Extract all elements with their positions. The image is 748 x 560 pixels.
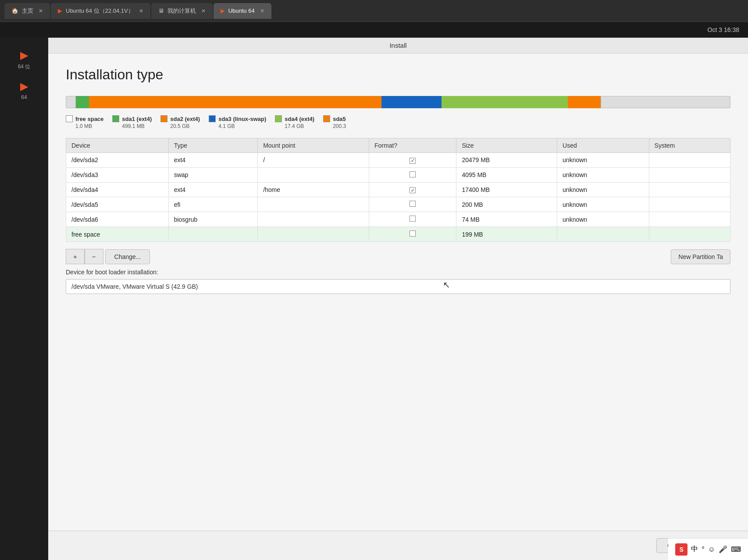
tab-ubuntu64-close[interactable]: ✕ [260, 8, 264, 14]
tray-keyboard[interactable]: ⌨ [731, 545, 741, 553]
cell-format [369, 212, 456, 227]
tab-mycomputer-close[interactable]: ✕ [201, 8, 206, 14]
table-row[interactable]: free space 199 MB [66, 227, 730, 242]
tab-home[interactable]: 🏠 主页 ✕ [4, 3, 50, 19]
home-icon: 🏠 [11, 7, 18, 14]
legend-swatch-sda4 [275, 115, 282, 122]
change-partition-button[interactable]: Change... [105, 249, 150, 264]
new-partition-table-button[interactable]: New Partition Ta [671, 249, 730, 264]
legend-swatch-free [66, 115, 73, 122]
cell-device: /dev/sda2 [66, 153, 169, 168]
add-partition-button[interactable]: + [66, 249, 85, 264]
legend-size-sda2: 20.5 GB [170, 123, 200, 129]
tab-ubuntu64[interactable]: ▶ Ubuntu 64 ✕ [214, 3, 271, 19]
remove-partition-button[interactable]: − [85, 249, 103, 264]
cell-mount [258, 227, 369, 242]
cell-system [649, 182, 730, 197]
tab-home-label: 主页 [22, 7, 33, 15]
datetime-display: Oct 3 16:38 [708, 26, 739, 33]
tray-emoji[interactable]: ☺ [708, 546, 715, 553]
installer-bottom: Quit Back [48, 531, 748, 560]
col-device: Device [66, 138, 169, 153]
format-checkbox[interactable] [410, 230, 416, 237]
bootloader-label: Device for boot loader installation: [66, 269, 730, 276]
col-format: Format? [369, 138, 456, 153]
bootloader-section: Device for boot loader installation: /de… [66, 269, 730, 294]
table-row[interactable]: /dev/sda3 swap 4095 MB unknown [66, 167, 730, 182]
cell-system [649, 167, 730, 182]
installer-title: Install [389, 42, 406, 49]
toolbar-row: + − Change... New Partition Ta [66, 249, 730, 264]
partition-bar-sda4 [442, 96, 568, 108]
sidebar: ▶ 64 位 ▶ 64 [0, 38, 48, 560]
col-system: System [649, 138, 730, 153]
tab-ubuntu2204-label: Ubuntu 64 位（22.04.1V） [66, 7, 134, 15]
tray-zh[interactable]: 中 [691, 545, 698, 554]
table-row[interactable]: /dev/sda4 ext4 /home ✓ 17400 MB unknown [66, 182, 730, 197]
legend-sda4: sda4 (ext4) 17.4 GB [275, 115, 314, 129]
cell-device: /dev/sda4 [66, 182, 169, 197]
format-checkbox[interactable]: ✓ [410, 158, 416, 164]
partition-bar-free [66, 96, 76, 108]
cell-size: 4095 MB [456, 167, 557, 182]
partition-bar [66, 96, 730, 108]
bootloader-select[interactable]: /dev/sda VMware, VMware Virtual S (42.9 … [66, 279, 730, 294]
ubuntu-icon-1: ▶ [58, 7, 62, 14]
table-row[interactable]: /dev/sda2 ext4 / ✓ 20479 MB unknown [66, 153, 730, 168]
tab-ubuntu2204-close[interactable]: ✕ [139, 8, 143, 14]
tab-ubuntu64-label: Ubuntu 64 [228, 7, 255, 14]
cell-mount [258, 212, 369, 227]
cell-mount [258, 197, 369, 212]
ubuntu-icon-2: ▶ [221, 7, 225, 14]
tray-mic[interactable]: 🎤 [719, 545, 727, 553]
legend-swatch-sda3 [209, 115, 216, 122]
sougou-icon[interactable]: S [675, 543, 687, 556]
sidebar-label-2: 64 [21, 94, 27, 100]
page-title: Installation type [66, 67, 730, 83]
legend-label-sda5: sda5 [333, 116, 346, 122]
format-checkbox[interactable]: ✓ [410, 187, 416, 193]
format-checkbox[interactable] [410, 171, 416, 177]
format-checkbox[interactable] [410, 201, 416, 207]
cell-type: ext4 [168, 153, 257, 168]
cell-size: 17400 MB [456, 182, 557, 197]
legend-size-sda5: 200.3 [333, 123, 346, 129]
tab-ubuntu2204[interactable]: ▶ Ubuntu 64 位（22.04.1V） ✕ [51, 3, 150, 19]
sidebar-label-1: 64 位 [18, 63, 31, 71]
legend-label-free: free space [75, 116, 103, 122]
cell-used: unknown [557, 197, 649, 212]
table-row[interactable]: /dev/sda6 biosgrub 74 MB unknown [66, 212, 730, 227]
partition-bar-sda3 [381, 96, 441, 108]
legend-size-free: 1.0 MB [75, 123, 103, 129]
col-size: Size [456, 138, 557, 153]
cell-format [369, 227, 456, 242]
cell-mount: /home [258, 182, 369, 197]
cell-size: 200 MB [456, 197, 557, 212]
tab-home-close[interactable]: ✕ [39, 8, 43, 14]
cell-system [649, 212, 730, 227]
legend-size-sda1: 499.1 MB [122, 123, 152, 129]
legend-sda1: sda1 (ext4) 499.1 MB [112, 115, 152, 129]
cell-format: ✓ [369, 182, 456, 197]
sidebar-item-ubuntu64[interactable]: ▶ 64 [4, 78, 44, 103]
table-row[interactable]: /dev/sda5 efi 200 MB unknown [66, 197, 730, 212]
format-checkbox[interactable] [410, 216, 416, 222]
cell-used: unknown [557, 212, 649, 227]
legend-size-sda4: 17.4 GB [285, 123, 314, 129]
toolbar-left: + − Change... [66, 249, 150, 264]
cell-type [168, 227, 257, 242]
tray-dot[interactable]: ° [702, 546, 704, 553]
partition-bar-sda5 [568, 96, 601, 108]
legend-label-sda3: sda3 (linux-swap) [218, 116, 266, 122]
ubuntu-sidebar-icon-2: ▶ [20, 80, 28, 92]
installer-content: Installation type free space 1.0 M [48, 53, 748, 531]
cell-used: unknown [557, 167, 649, 182]
tab-mycomputer[interactable]: 🖥 我的计算机 ✕ [151, 3, 213, 19]
partition-bar-sda1 [76, 96, 89, 108]
cell-mount: / [258, 153, 369, 168]
sidebar-item-ubuntu64bit[interactable]: ▶ 64 位 [4, 46, 44, 73]
cell-used: unknown [557, 182, 649, 197]
legend-label-sda2: sda2 (ext4) [170, 116, 200, 122]
cell-type: biosgrub [168, 212, 257, 227]
legend-size-sda3: 4.1 GB [218, 123, 266, 129]
